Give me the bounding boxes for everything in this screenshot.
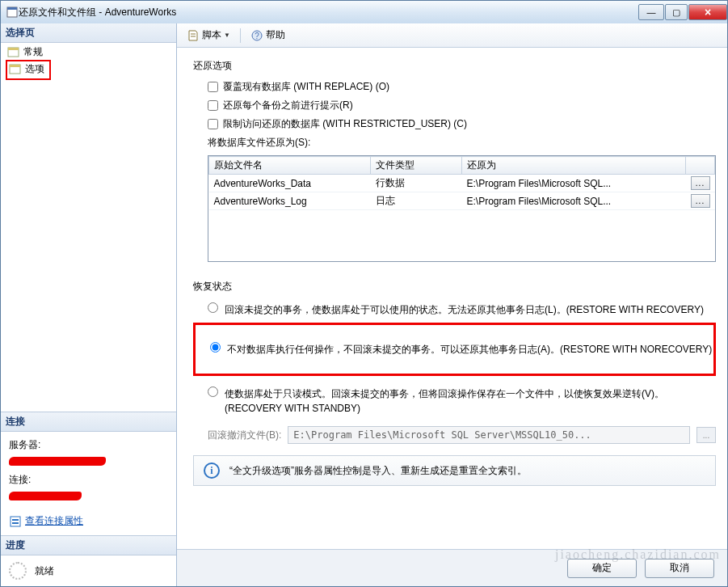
properties-icon — [9, 515, 22, 528]
nav-item-general[interactable]: 常规 — [6, 44, 171, 60]
svg-rect-5 — [10, 65, 20, 67]
col-restore-as[interactable]: 还原为 — [461, 157, 685, 175]
progress-spinner-icon — [9, 562, 27, 580]
window-title: 还原文件和文件组 - AdventureWorks — [19, 6, 638, 19]
svg-rect-8 — [12, 522, 19, 524]
restricted-checkbox[interactable] — [208, 119, 218, 129]
browse-button[interactable]: ... — [691, 194, 710, 208]
browse-button[interactable]: ... — [691, 176, 710, 190]
progress-header: 进度 — [1, 536, 176, 555]
conn-label: 连接: — [9, 471, 168, 489]
right-panel: 脚本 ▼ ? 帮助 还原选项 覆盖现有数据库 (WITH REPLACE) (O… — [177, 23, 727, 586]
progress-status: 就绪 — [35, 564, 54, 578]
col-type[interactable]: 文件类型 — [371, 157, 462, 175]
connection-header: 连接 — [1, 412, 176, 432]
page-icon — [7, 47, 20, 58]
recovery-label: 回滚未提交的事务，使数据库处于可以使用的状态。无法还原其他事务日志(L)。(RE… — [225, 302, 716, 317]
server-label: 服务器: — [9, 437, 168, 454]
maximize-button[interactable]: ▢ — [665, 4, 688, 20]
standby-file-label: 回滚撤消文件(B): — [208, 429, 281, 442]
info-icon: i — [204, 462, 220, 479]
titlebar: 还原文件和文件组 - AdventureWorks — ▢ × — [1, 1, 727, 23]
help-icon: ? — [250, 29, 263, 42]
overwrite-checkbox[interactable] — [208, 82, 218, 92]
toolbar: 脚本 ▼ ? 帮助 — [177, 23, 727, 48]
standby-radio[interactable] — [208, 386, 218, 397]
standby-browse-button: ... — [696, 427, 716, 443]
chevron-down-icon: ▼ — [224, 32, 230, 39]
app-icon — [6, 6, 19, 19]
conn-value-redacted — [9, 492, 82, 500]
nav-item-options[interactable]: 选项 — [7, 61, 46, 77]
page-icon — [9, 64, 22, 75]
script-icon — [187, 29, 200, 42]
svg-rect-7 — [12, 519, 19, 521]
recovery-title: 恢复状态 — [193, 280, 716, 294]
standby-label: 使数据库处于只读模式。回滚未提交的事务，但将回滚操作保存在一个文件中，以使恢复效… — [225, 386, 716, 416]
info-bar: i “全文升级选项”服务器属性控制是导入、重新生成还是重置全文索引。 — [193, 455, 716, 486]
restricted-label: 限制访问还原的数据库 (WITH RESTRICTED_USER) (C) — [223, 117, 467, 131]
standby-file-input — [288, 426, 690, 444]
svg-text:?: ? — [255, 32, 259, 40]
svg-rect-3 — [8, 48, 19, 50]
minimize-button[interactable]: — — [638, 4, 664, 20]
overwrite-label: 覆盖现有数据库 (WITH REPLACE) (O) — [223, 80, 389, 94]
left-panel: 选择页 常规 选项 连接 服务器: — [1, 23, 177, 586]
prompt-each-checkbox[interactable] — [208, 100, 218, 111]
restore-options-title: 还原选项 — [193, 59, 716, 73]
table-row[interactable]: AdventureWorks_Data 行数据 E:\Program Files… — [209, 175, 715, 192]
emphasis-box: 不对数据库执行任何操作，不回滚未提交的事务。可以还原其他事务日志(A)。(RES… — [193, 323, 716, 376]
norecovery-label: 不对数据库执行任何操作，不回滚未提交的事务。可以还原其他事务日志(A)。(RES… — [227, 342, 713, 357]
ok-button[interactable]: 确定 — [567, 559, 637, 578]
svg-rect-1 — [7, 7, 17, 10]
nav-label: 选项 — [25, 62, 44, 76]
server-value-redacted — [9, 457, 106, 466]
file-grid[interactable]: 原始文件名 文件类型 还原为 AdventureWorks_Data 行数据 E… — [208, 155, 716, 262]
nav-label: 常规 — [23, 45, 43, 59]
svg-rect-6 — [11, 517, 20, 526]
script-button[interactable]: 脚本 ▼ — [183, 27, 234, 44]
col-original[interactable]: 原始文件名 — [209, 157, 371, 175]
close-button[interactable]: × — [688, 4, 727, 20]
help-button[interactable]: ? 帮助 — [247, 27, 288, 44]
info-text: “全文升级选项”服务器属性控制是导入、重新生成还是重置全文索引。 — [229, 464, 527, 478]
restore-as-label: 将数据库文件还原为(S): — [208, 133, 716, 152]
prompt-each-label: 还原每个备份之前进行提示(R) — [223, 99, 353, 112]
norecovery-radio[interactable] — [210, 342, 221, 353]
cancel-button[interactable]: 取消 — [645, 559, 714, 578]
nav-highlight: 选项 — [6, 60, 51, 80]
table-row[interactable]: AdventureWorks_Log 日志 E:\Program Files\M… — [209, 192, 715, 210]
dialog-footer: 确定 取消 — [177, 549, 727, 586]
recovery-radio[interactable] — [208, 302, 218, 313]
view-connection-link[interactable]: 查看连接属性 — [9, 513, 168, 530]
select-page-header: 选择页 — [1, 23, 176, 43]
